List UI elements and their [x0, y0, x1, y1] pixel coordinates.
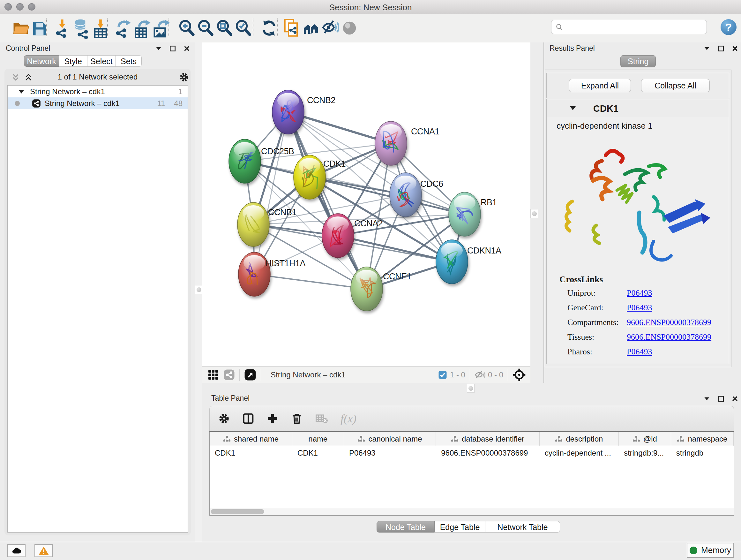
column-header--id[interactable]: @id	[619, 432, 671, 446]
first-neighbors-icon[interactable]	[302, 17, 320, 39]
tab-network-table[interactable]: Network Table	[485, 521, 560, 533]
crosslink-link-tissues[interactable]: 9606.ENSP00000378699	[627, 332, 711, 341]
export-image-icon[interactable]	[152, 17, 170, 39]
node-RB1[interactable]: RB1	[449, 192, 497, 236]
collapse-all-button[interactable]: Collapse All	[641, 79, 710, 92]
column-header-database-identifier[interactable]: database identifier	[436, 432, 540, 446]
zoom-in-icon[interactable]	[178, 17, 195, 39]
tab-edge-table[interactable]: Edge Table	[434, 521, 485, 533]
new-network-from-selection-icon[interactable]	[283, 17, 300, 39]
fit-selection-crosshair-icon[interactable]	[513, 368, 526, 381]
show-all-icon[interactable]	[341, 17, 358, 39]
export-table-icon[interactable]	[133, 17, 151, 39]
node-HIST1H1A[interactable]: HIST1H1A	[239, 252, 306, 296]
delete-table-icon[interactable]	[315, 413, 328, 425]
network-share-icon[interactable]	[223, 369, 235, 381]
import-network-file-icon[interactable]	[54, 17, 71, 39]
export-network-icon[interactable]	[114, 17, 131, 39]
search-input[interactable]	[551, 20, 707, 34]
network-options-gear-icon[interactable]	[179, 72, 190, 83]
tab-style[interactable]: Style	[59, 55, 87, 67]
cell-database-identifier[interactable]: 9606.ENSP00000378699	[436, 446, 540, 460]
right-splitter-handle[interactable]	[530, 209, 538, 218]
tab-string[interactable]: String	[620, 55, 656, 67]
cell-description[interactable]: cyclin-dependent ...	[540, 446, 619, 460]
delete-column-trash-icon[interactable]	[291, 413, 303, 425]
edge-CCNA2-CDKN1A[interactable]	[338, 236, 452, 262]
add-column-icon[interactable]	[266, 413, 279, 425]
cell-canonical-name[interactable]: P06493	[344, 446, 436, 460]
edge-CCNB2-HIST1H1A[interactable]	[254, 112, 288, 274]
horizontal-splitter-handle[interactable]	[467, 384, 475, 393]
cell-shared-name[interactable]: CDK1	[210, 446, 292, 460]
network-row-selected[interactable]: String Network – cdk1 11 48	[8, 98, 188, 109]
node-CDKN1A[interactable]: CDKN1A	[436, 240, 501, 284]
panel-float-icon[interactable]	[718, 45, 724, 52]
table-row[interactable]: CDK1CDK1P064939606.ENSP00000378699cyclin…	[210, 446, 734, 460]
zoom-out-icon[interactable]	[197, 17, 214, 39]
help-button[interactable]: ?	[721, 19, 737, 35]
table-hscrollbar[interactable]	[210, 508, 734, 515]
right-splitter[interactable]	[530, 43, 544, 383]
expand-all-button[interactable]: Expand All	[569, 79, 631, 92]
table-options-gear-icon[interactable]	[218, 413, 230, 425]
hidden-eye-icon[interactable]	[475, 369, 485, 380]
warnings-button[interactable]	[35, 544, 53, 557]
crosslink-link-uniprot[interactable]: P06493	[627, 288, 652, 298]
node-CCNE1[interactable]: CCNE1	[351, 267, 411, 311]
panel-close-icon[interactable]	[183, 45, 190, 52]
open-file-icon[interactable]	[12, 17, 29, 39]
panel-menu-icon[interactable]	[703, 395, 711, 402]
panel-close-icon[interactable]	[731, 395, 738, 402]
left-splitter[interactable]	[195, 43, 202, 542]
tab-network[interactable]: Network	[24, 55, 59, 67]
column-header-canonical-name[interactable]: canonical name	[344, 432, 436, 446]
select-columns-icon[interactable]	[242, 413, 254, 425]
selected-checkbox-icon[interactable]	[438, 370, 448, 380]
birdseye-grid-icon[interactable]	[207, 369, 219, 381]
refresh-icon[interactable]	[260, 17, 278, 39]
panel-menu-icon[interactable]	[155, 45, 162, 52]
node-CDC6[interactable]: CDC6	[390, 173, 443, 217]
tab-node-table[interactable]: Node Table	[377, 521, 434, 533]
column-header-namespace[interactable]: namespace	[671, 432, 734, 446]
cell-name[interactable]: CDK1	[292, 446, 344, 460]
cloud-status-button[interactable]	[7, 544, 25, 557]
crosslink-link-pharos[interactable]: P06493	[627, 347, 652, 356]
zoom-fit-icon[interactable]	[216, 17, 233, 39]
node-CDK1[interactable]: CDK1	[293, 155, 346, 199]
column-header-name[interactable]: name	[292, 432, 344, 446]
panel-float-icon[interactable]	[718, 395, 724, 402]
save-session-icon[interactable]	[31, 17, 48, 39]
column-header-shared-name[interactable]: shared name	[210, 432, 292, 446]
cell--id[interactable]: stringdb:9...	[619, 446, 671, 460]
import-network-database-icon[interactable]	[73, 17, 90, 39]
node-CCNB2[interactable]: CCNB2	[272, 90, 335, 134]
panel-float-icon[interactable]	[169, 45, 176, 52]
node-CCNB1[interactable]: CCNB1	[238, 202, 296, 246]
open-in-window-icon[interactable]	[244, 369, 256, 381]
cell-namespace[interactable]: stringdb	[671, 446, 734, 460]
entry-expander-icon[interactable]	[570, 106, 576, 110]
node-CDC25B[interactable]: CDC25B	[229, 139, 294, 183]
cdk1-entry-header[interactable]: CDK1	[547, 99, 729, 117]
panel-menu-icon[interactable]	[703, 45, 711, 52]
memory-button[interactable]: Memory	[687, 543, 734, 558]
column-header-description[interactable]: description	[540, 432, 619, 446]
hide-selected-icon[interactable]	[322, 17, 339, 39]
network-collection-row[interactable]: String Network – cdk1 1	[8, 85, 188, 98]
collection-expander-icon[interactable]	[18, 90, 24, 94]
import-table-icon[interactable]	[92, 17, 109, 39]
network-graph[interactable]: CCNB2CCNA1CDC25BCDK1CDC6RB1CCNB1CCNA2CDK…	[202, 43, 530, 366]
left-splitter-handle[interactable]	[195, 285, 203, 294]
function-builder-icon[interactable]: f(x)	[340, 412, 356, 425]
tab-sets[interactable]: Sets	[116, 55, 142, 67]
network-canvas[interactable]: CCNB2CCNA1CDC25BCDK1CDC6RB1CCNB1CCNA2CDK…	[202, 43, 530, 366]
crosslink-link-genecard[interactable]: P06493	[627, 303, 652, 312]
edge-HIST1H1A-CCNE1[interactable]	[254, 274, 367, 289]
crosslink-link-compartments[interactable]: 9606.ENSP00000378699	[627, 318, 711, 327]
horizontal-splitter[interactable]	[202, 383, 741, 393]
panel-close-icon[interactable]	[731, 45, 738, 52]
hscrollbar-thumb[interactable]	[211, 509, 264, 514]
zoom-selected-icon[interactable]	[234, 17, 252, 39]
